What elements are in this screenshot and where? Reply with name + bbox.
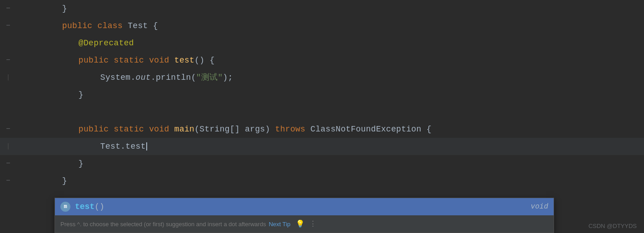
gutter-8[interactable]: − [0,121,16,138]
gutter-3 [0,34,16,52]
fold-icon-11[interactable]: − [6,172,10,189]
fold-icon-1[interactable]: − [6,0,10,17]
gutter-7 [0,103,16,121]
token: ); [223,73,233,82]
token: out [136,73,151,82]
gutter-10[interactable]: − [0,155,16,172]
autocomplete-method-parens: () [94,202,104,211]
code-line-9: │ Test.test [0,138,644,155]
token: } [62,176,67,185]
text-cursor [146,142,147,150]
more-options-icon[interactable]: ⋮ [309,219,317,228]
token: .println( [151,73,196,82]
watermark: CSDN @DTYYDS [589,223,637,229]
fold-icon-4[interactable]: − [6,52,10,69]
token: { [153,21,158,30]
token: } [79,90,84,99]
code-line-6: } [0,86,644,103]
token: ClassNotFoundException { [311,125,431,134]
autocomplete-hint: Press ^. to choose the selected (or firs… [55,215,554,233]
autocomplete-popup: m test() void Press ^. to choose the sel… [54,198,554,233]
gutter-9: │ [0,138,16,155]
token: main [174,125,194,134]
watermark-text: CSDN @DTYYDS [589,223,637,229]
token: . [130,73,135,82]
code-area: − } − public class Test { @Deprecated [0,0,644,189]
gutter-4[interactable]: − [0,52,16,69]
token: } [79,159,84,168]
autocomplete-return-type: void [531,203,548,211]
bulb-icon[interactable]: 💡 [296,219,305,228]
next-tip-button[interactable]: Next Tip [269,221,291,228]
gutter-6 [0,86,16,103]
token: "测试" [196,73,223,82]
fold-icon-8[interactable]: − [6,121,10,138]
gutter-5: │ [0,69,16,86]
token: (String[] args) [194,125,275,134]
code-line-10: − } [0,155,644,172]
gutter-2[interactable]: − [0,17,16,34]
code-line-11: − } [0,172,644,189]
code-line-5: │ System.out.println("测试"); [0,69,644,86]
hint-prefix-text: Press ^. to choose the selected (or firs… [60,221,266,228]
autocomplete-item[interactable]: m test() void [55,198,554,215]
method-icon: m [60,202,70,212]
method-icon-label: m [64,204,67,210]
code-editor: − } − public class Test { @Deprecated [0,0,644,233]
token: Test.test [100,142,146,151]
gutter-11[interactable]: − [0,172,16,189]
token: void [149,125,174,134]
gutter-1[interactable]: − [0,0,16,17]
fold-icon-2[interactable]: − [6,17,10,34]
autocomplete-method-name: test [75,202,94,211]
token: throws [275,125,311,134]
fold-icon-10[interactable]: − [6,155,10,172]
token: System [100,73,131,82]
